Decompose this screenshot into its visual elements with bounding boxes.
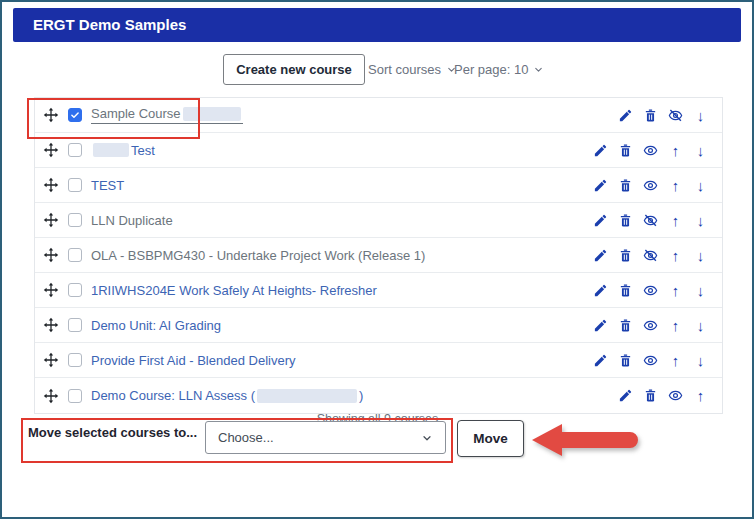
move-up-icon[interactable]: ↑ bbox=[693, 388, 708, 403]
visibility-icon[interactable] bbox=[643, 143, 658, 158]
course-link[interactable]: 1RIIWHS204E Work Safely At Heights- Refr… bbox=[91, 283, 377, 298]
course-link[interactable]: Provide First Aid - Blended Delivery bbox=[91, 353, 295, 368]
move-handle-icon[interactable] bbox=[43, 212, 59, 228]
delete-icon[interactable] bbox=[618, 213, 633, 228]
delete-icon[interactable] bbox=[618, 143, 633, 158]
move-down-icon[interactable]: ↓ bbox=[693, 248, 708, 263]
delete-icon[interactable] bbox=[643, 108, 658, 123]
course-link[interactable]: Demo Course: LLN Assess ( bbox=[91, 388, 255, 403]
move-down-icon[interactable]: ↓ bbox=[693, 318, 708, 333]
course-name: OLA - BSBPMG430 - Undertake Project Work… bbox=[91, 248, 425, 263]
move-button[interactable]: Move bbox=[457, 420, 524, 457]
edit-icon[interactable] bbox=[593, 143, 608, 158]
course-link[interactable]: Test bbox=[131, 143, 155, 158]
course-name-suffix: ) bbox=[359, 388, 363, 403]
move-handle-icon[interactable] bbox=[43, 317, 59, 333]
create-course-button[interactable]: Create new course bbox=[223, 54, 365, 85]
redacted-text bbox=[93, 143, 129, 157]
move-up-icon[interactable]: ↑ bbox=[668, 178, 683, 193]
course-checkbox[interactable] bbox=[68, 143, 82, 157]
course-row: Sample Course ↓ bbox=[35, 98, 722, 133]
move-up-icon[interactable]: ↑ bbox=[668, 318, 683, 333]
edit-icon[interactable] bbox=[593, 178, 608, 193]
row-actions: ↑↓ bbox=[593, 143, 708, 158]
course-checkbox[interactable] bbox=[68, 318, 82, 332]
per-page-dropdown[interactable]: Per page: 10 bbox=[454, 62, 544, 77]
hidden-icon[interactable] bbox=[643, 213, 658, 228]
move-up-icon[interactable]: ↑ bbox=[668, 248, 683, 263]
move-up-icon[interactable]: ↑ bbox=[668, 143, 683, 158]
course-management-window: ERGT Demo Samples Create new course Sort… bbox=[0, 0, 754, 519]
move-handle-icon[interactable] bbox=[43, 352, 59, 368]
select-value: Choose... bbox=[218, 430, 274, 445]
visibility-icon[interactable] bbox=[643, 178, 658, 193]
delete-icon[interactable] bbox=[618, 318, 633, 333]
selected-course-name[interactable]: Sample Course bbox=[91, 106, 243, 124]
edit-icon[interactable] bbox=[593, 283, 608, 298]
move-down-icon[interactable]: ↓ bbox=[693, 213, 708, 228]
course-row: Test ↑↓ bbox=[35, 133, 722, 168]
move-down-icon[interactable]: ↓ bbox=[693, 108, 708, 123]
row-actions: ↑↓ bbox=[593, 353, 708, 368]
edit-icon[interactable] bbox=[593, 248, 608, 263]
move-down-icon[interactable]: ↓ bbox=[693, 178, 708, 193]
edit-icon[interactable] bbox=[593, 353, 608, 368]
course-link[interactable]: Sample Course bbox=[91, 106, 181, 121]
delete-icon[interactable] bbox=[618, 353, 633, 368]
delete-icon[interactable] bbox=[618, 178, 633, 193]
course-link[interactable]: Demo Unit: AI Grading bbox=[91, 318, 221, 333]
edit-icon[interactable] bbox=[593, 318, 608, 333]
per-page-label: Per page: 10 bbox=[454, 62, 528, 77]
course-checkbox[interactable] bbox=[68, 108, 82, 122]
course-name: 1RIIWHS204E Work Safely At Heights- Refr… bbox=[91, 283, 377, 298]
hidden-icon[interactable] bbox=[643, 248, 658, 263]
sort-courses-dropdown[interactable]: Sort courses bbox=[368, 62, 457, 77]
edit-icon[interactable] bbox=[618, 388, 633, 403]
redacted-text bbox=[257, 389, 357, 403]
edit-icon[interactable] bbox=[593, 213, 608, 228]
move-down-icon[interactable]: ↓ bbox=[693, 143, 708, 158]
move-handle-icon[interactable] bbox=[43, 142, 59, 158]
course-link[interactable]: OLA - BSBPMG430 - Undertake Project Work… bbox=[91, 248, 425, 263]
move-up-icon[interactable]: ↑ bbox=[668, 283, 683, 298]
course-link[interactable]: TEST bbox=[91, 178, 124, 193]
edit-icon[interactable] bbox=[618, 108, 633, 123]
row-actions: ↑↓ bbox=[593, 318, 708, 333]
delete-icon[interactable] bbox=[618, 248, 633, 263]
course-link[interactable]: LLN Duplicate bbox=[91, 213, 173, 228]
course-list: Sample Course ↓ Test ↑↓ TEST ↑↓ LLN Dupl… bbox=[34, 97, 723, 414]
course-row: Demo Unit: AI Grading ↑↓ bbox=[35, 308, 722, 343]
visibility-icon[interactable] bbox=[643, 353, 658, 368]
move-selected-label: Move selected courses to... bbox=[28, 424, 198, 441]
move-down-icon[interactable]: ↓ bbox=[693, 353, 708, 368]
move-up-icon[interactable]: ↑ bbox=[668, 353, 683, 368]
course-checkbox[interactable] bbox=[68, 248, 82, 262]
course-name: LLN Duplicate bbox=[91, 213, 173, 228]
move-handle-icon[interactable] bbox=[43, 388, 59, 404]
course-row: OLA - BSBPMG430 - Undertake Project Work… bbox=[35, 238, 722, 273]
course-checkbox[interactable] bbox=[68, 178, 82, 192]
move-handle-icon[interactable] bbox=[43, 247, 59, 263]
course-name: Sample Course bbox=[91, 106, 243, 124]
move-handle-icon[interactable] bbox=[43, 107, 59, 123]
course-checkbox[interactable] bbox=[68, 283, 82, 297]
move-handle-icon[interactable] bbox=[43, 282, 59, 298]
visibility-icon[interactable] bbox=[643, 318, 658, 333]
move-down-icon[interactable]: ↓ bbox=[693, 283, 708, 298]
course-name: Test bbox=[91, 143, 155, 158]
visibility-icon[interactable] bbox=[643, 283, 658, 298]
delete-icon[interactable] bbox=[618, 283, 633, 298]
course-checkbox[interactable] bbox=[68, 213, 82, 227]
course-name: Demo Unit: AI Grading bbox=[91, 318, 221, 333]
hidden-icon[interactable] bbox=[668, 108, 683, 123]
visibility-icon[interactable] bbox=[668, 388, 683, 403]
move-up-icon[interactable]: ↑ bbox=[668, 213, 683, 228]
move-destination-select[interactable]: Choose... bbox=[205, 421, 446, 454]
course-row: Provide First Aid - Blended Delivery ↑↓ bbox=[35, 343, 722, 378]
row-actions: ↑ bbox=[618, 388, 708, 403]
course-checkbox[interactable] bbox=[68, 389, 82, 403]
course-checkbox[interactable] bbox=[68, 353, 82, 367]
delete-icon[interactable] bbox=[643, 388, 658, 403]
move-handle-icon[interactable] bbox=[43, 177, 59, 193]
redacted-text bbox=[183, 107, 241, 121]
